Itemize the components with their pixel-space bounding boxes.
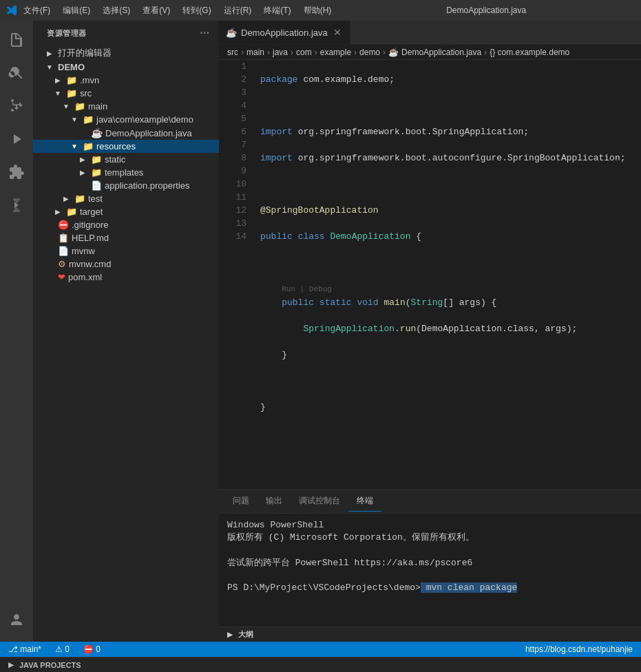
breadcrumb-java[interactable]: java [273,48,288,57]
sidebar-header-icons[interactable]: ⋯ [198,26,211,40]
line-num-3: 3 [219,86,255,99]
open-editors-header[interactable]: ▶ 打开的编辑器 [33,45,219,61]
editor-area: ☕ DemoApplication.java ✕ src › main › ja… [219,21,641,642]
tab-output[interactable]: 输出 [258,491,291,512]
sidebar-content: ▶ 打开的编辑器 ▼ DEMO ▶ 📁 .mvn ▼ 📁 src [33,45,219,642]
chevron-right-icon: ▶ [6,661,17,669]
code-content[interactable]: package com.example.demo; import org.spr… [255,60,641,489]
activity-run[interactable] [0,123,33,156]
tree-item-mvn[interactable]: ▶ 📁 .mvn [33,74,219,87]
breadcrumb-class[interactable]: {} com.example.demo [490,48,569,57]
breadcrumb-com[interactable]: com [296,48,312,57]
menu-goto[interactable]: 转到(G) [177,3,216,18]
line-num-8: 8 [219,151,255,165]
line-num-13: 13 [219,217,255,230]
menu-file[interactable]: 文件(F) [18,3,56,18]
line-num-10: 10 [219,178,255,191]
code-line-7: public class DemoApplication { [260,230,641,243]
title-bar-title: DemoApplication.java [337,6,635,15]
resources-label: resources [96,141,136,151]
panel-tabs: 问题 输出 调试控制台 终端 [219,490,641,514]
breadcrumb-java-icon: ☕ [388,48,399,57]
terminal-content[interactable]: Windows PowerShell 版权所有 (C) Microsoft Co… [219,514,641,627]
tree-item-templates[interactable]: ▶ 📁 templates [33,166,219,179]
activity-extensions[interactable] [0,156,33,189]
sidebar-title: 资源管理器 [47,28,87,39]
code-line-3: import org.springframework.boot.SpringAp… [260,125,641,138]
code-line-12 [260,375,641,388]
gitignore-label: .gitignore [72,220,108,230]
activity-explorer[interactable] [0,23,33,56]
tree-item-main[interactable]: ▼ 📁 main [33,100,219,113]
tab-issues[interactable]: 问题 [224,491,258,512]
title-bar: 文件(F) 编辑(E) 选择(S) 查看(V) 转到(G) 运行(R) 终端(T… [0,0,641,21]
folder-test-icon: 📁 [74,193,85,204]
tree-item-demo-java[interactable]: ☕ DemoApplication.java [33,126,219,140]
code-editor: 1 2 3 4 5 6 7 8 9 10 11 12 13 14 package… [219,60,641,489]
outline-section[interactable]: ▶ 大纲 [219,627,641,642]
chevron-right-icon: ▶ [224,631,235,638]
tree-item-pom[interactable]: ❤ pom.xml [33,271,219,284]
menu-run[interactable]: 运行(R) [218,3,258,18]
activity-search[interactable] [0,56,33,90]
tab-close-button[interactable]: ✕ [332,27,343,38]
terminal-prompt: PS D:\MyProject\VSCodeProjects\demo> [227,582,421,593]
mvnw-label: mvnw [72,246,95,256]
tree-item-target[interactable]: ▶ 📁 target [33,205,219,218]
breadcrumb-src[interactable]: src [227,48,238,57]
breadcrumb-example[interactable]: example [320,48,351,57]
menu-select[interactable]: 选择(S) [97,3,136,18]
tree-item-resources[interactable]: ▼ 📁 resources [33,140,219,153]
breadcrumb-main[interactable]: main [246,48,264,57]
main-label: main [88,101,107,112]
status-branch[interactable]: ⎇ main* [6,644,44,654]
folder-src-icon: 📁 [66,88,77,98]
activity-account[interactable] [0,603,33,636]
activity-test[interactable] [0,189,33,222]
activity-source-control[interactable] [0,90,33,123]
folder-target-icon: 📁 [66,207,77,217]
tab-terminal[interactable]: 终端 [348,491,381,512]
status-url[interactable]: https://blog.csdn.net/puhanjie [523,644,635,654]
tree-item-src[interactable]: ▼ 📁 src [33,87,219,100]
tree-item-test[interactable]: ▶ 📁 test [33,192,219,205]
tab-demo-java[interactable]: ☕ DemoApplication.java ✕ [219,21,350,44]
breadcrumb-demo[interactable]: demo [359,48,380,57]
line-num-9: 9 [219,165,255,178]
tree-item-help[interactable]: 📋 HELP.md [33,231,219,244]
line-num-4: 4 [219,99,255,112]
tab-java-icon: ☕ [226,28,237,38]
menu-help[interactable]: 帮助(H) [298,3,337,18]
code-line-4: import org.springframework.boot.autoconf… [260,151,641,165]
tab-bar: ☕ DemoApplication.java ✕ [219,21,641,45]
tree-item-java-pkg[interactable]: ▼ 📁 java\com\example\demo [33,113,219,126]
tree-item-gitignore[interactable]: ⛔ .gitignore [33,218,219,231]
terminal-cmd: mvn clean package [421,582,517,593]
activity-bar [0,21,33,642]
static-label: static [105,154,125,165]
java-projects-label: JAVA PROJECTS [19,661,81,669]
terminal-line-1: Windows PowerShell [227,519,633,532]
title-bar-menu[interactable]: 文件(F) 编辑(E) 选择(S) 查看(V) 转到(G) 运行(R) 终端(T… [18,3,337,18]
main-layout: 资源管理器 ⋯ ▶ 打开的编辑器 ▼ DEMO ▶ 📁 .mvn [0,21,641,642]
tree-item-static[interactable]: ▶ 📁 static [33,153,219,166]
tab-debug-console[interactable]: 调试控制台 [291,491,348,512]
tree-item-app-props[interactable]: 📄 application.properties [33,179,219,192]
terminal-line-2: 版权所有 (C) Microsoft Corporation。保留所有权利。 [227,532,633,544]
account-icon [8,611,25,628]
demo-root[interactable]: ▼ DEMO [33,61,219,74]
menu-view[interactable]: 查看(V) [137,3,176,18]
breadcrumb-filename[interactable]: DemoApplication.java [401,48,481,57]
tree-item-mvnw[interactable]: 📄 mvnw [33,244,219,258]
help-label: HELP.md [72,233,109,243]
java-projects-panel[interactable]: ▶ JAVA PROJECTS [0,657,641,672]
status-errors[interactable]: ⛔ 0 [81,644,103,654]
code-line-5 [260,178,641,191]
new-file-icon[interactable]: ⋯ [198,26,211,40]
tree-item-mvnw-cmd[interactable]: ⚙ mvnw.cmd [33,258,219,271]
menu-edit[interactable]: 编辑(E) [57,3,96,18]
code-line-10: SpringApplication.run(DemoApplication.cl… [260,322,641,335]
menu-terminal[interactable]: 终端(T) [258,3,296,18]
folder-static-icon: 📁 [91,154,102,165]
status-warnings[interactable]: ⚠ 0 [52,644,72,654]
